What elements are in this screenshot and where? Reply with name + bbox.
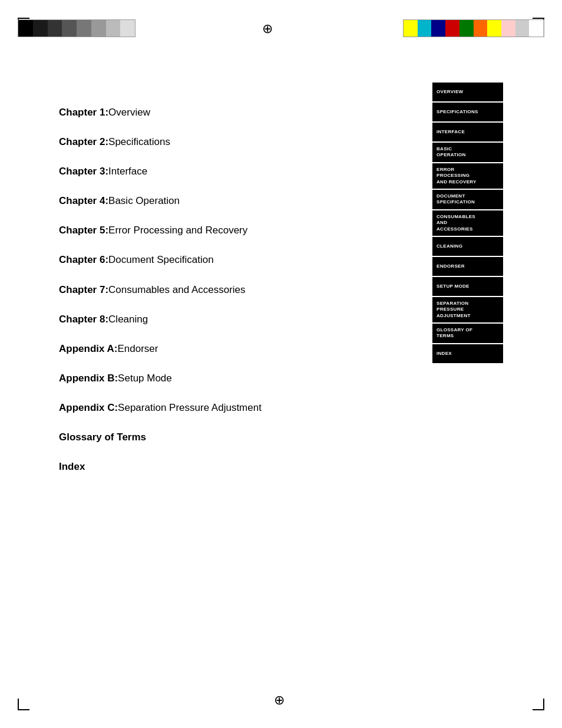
toc-list: Chapter 1:OverviewChapter 2:Specificatio… [59,71,432,669]
toc-regular-11: Separation Pressure Adjustment [118,402,262,413]
gs-cell [106,20,121,37]
toc-item-12: Glossary of Terms [59,431,421,444]
sidebar-tab-5[interactable]: ERROR PROCESSING AND RECOVERY [432,163,503,189]
color-cell-orange [474,20,488,37]
main-content: Chapter 1:OverviewChapter 2:Specificatio… [59,71,503,669]
sidebar-tab-13[interactable]: INDEX [432,344,503,363]
toc-item-1: Chapter 1:Overview [59,106,421,119]
toc-regular-4: Basic Operation [108,195,180,206]
toc-item-10: Appendix B:Setup Mode [59,372,421,385]
toc-bold-1: Chapter 1: [59,107,108,118]
toc-regular-7: Consumables and Accessories [108,284,245,295]
sidebar-tab-1[interactable]: OVERVIEW [432,83,503,101]
color-bar [403,19,544,37]
sidebar-tab-7[interactable]: CONSUMABLES AND ACCESSORIES [432,210,503,236]
toc-bold-3: Chapter 3: [59,166,108,177]
gs-cell [91,20,106,37]
toc-bold-4: Chapter 4: [59,195,108,206]
sidebar-tab-4[interactable]: BASIC OPERATION [432,143,503,162]
sidebar-tab-2[interactable]: SPECIFICATIONS [432,103,503,121]
sidebar-tab-8[interactable]: CLEANING [432,237,503,256]
sidebar-tab-10[interactable]: SETUP MODE [432,277,503,296]
color-cell-blue [431,20,445,37]
toc-item-11: Appendix C:Separation Pressure Adjustmen… [59,401,421,414]
toc-regular-1: Overview [108,107,150,118]
gs-cell [33,20,48,37]
sidebar-tabs: OVERVIEWSPECIFICATIONSINTERFACEBASIC OPE… [432,71,503,669]
color-cell-cyan [418,20,432,37]
sidebar-tab-6[interactable]: DOCUMENT SPECIFICATION [432,190,503,209]
color-cell-gray [515,20,530,37]
toc-item-9: Appendix A:Endorser [59,342,421,355]
gs-cell [120,20,135,37]
gs-cell [62,20,77,37]
gs-cell [77,20,91,37]
toc-bold-5: Chapter 5: [59,225,108,236]
toc-regular-8: Cleaning [108,314,148,325]
crosshair-bottom-icon [274,693,288,707]
toc-item-13: Index [59,460,421,473]
color-cell-white [529,20,544,37]
color-cell-yellow2 [487,20,501,37]
sidebar-tab-3[interactable]: INTERFACE [432,123,503,141]
toc-bold-7: Chapter 7: [59,284,108,295]
toc-bold-10: Appendix B: [59,373,118,384]
sidebar-tab-9[interactable]: ENDORSER [432,257,503,276]
toc-regular-9: Endorser [117,343,158,354]
toc-bold-6: Chapter 6: [59,254,108,265]
toc-regular-3: Interface [108,166,147,177]
toc-item-7: Chapter 7:Consumables and Accessories [59,284,421,297]
toc-item-6: Chapter 6:Document Specification [59,253,421,266]
color-cell-red [445,20,459,37]
toc-item-4: Chapter 4:Basic Operation [59,195,421,207]
toc-bold-9: Appendix A: [59,343,117,354]
toc-bold-8: Chapter 8: [59,314,108,325]
toc-item-5: Chapter 5:Error Processing and Recovery [59,224,421,237]
toc-regular-10: Setup Mode [118,373,172,384]
sidebar-tab-11[interactable]: SEPARATION PRESSURE ADJUSTMENT [432,297,503,322]
toc-item-3: Chapter 3:Interface [59,165,421,178]
bottom-bar [0,688,562,711]
toc-item-8: Chapter 8:Cleaning [59,313,421,326]
toc-item-2: Chapter 2:Specifications [59,136,421,149]
toc-regular-5: Error Processing and Recovery [108,225,247,236]
toc-bold-13: Index [59,461,85,472]
grayscale-bar [18,19,135,37]
top-bar [0,17,562,40]
crosshair-icon [262,21,276,35]
toc-bold-11: Appendix C: [59,402,118,413]
gs-cell [18,20,33,37]
toc-bold-2: Chapter 2: [59,136,108,147]
color-cell-yellow [404,20,418,37]
color-cell-green [459,20,474,37]
gs-cell [48,20,62,37]
toc-bold-12: Glossary of Terms [59,431,146,443]
color-cell-pink [501,20,515,37]
sidebar-tab-12[interactable]: GLOSSARY OF TERMS [432,324,503,343]
toc-regular-2: Specifications [108,136,170,147]
toc-regular-6: Document Specification [108,254,214,265]
